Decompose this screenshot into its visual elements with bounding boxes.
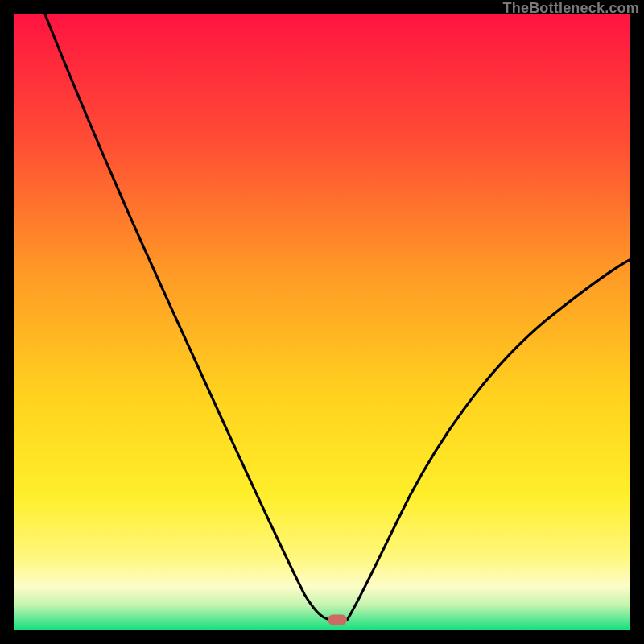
watermark-text: TheBottleneck.com [503,0,639,17]
optimal-point-marker [328,614,347,625]
bottleneck-curve [14,14,630,630]
plot-area [14,14,630,630]
chart-frame: TheBottleneck.com [0,0,644,644]
